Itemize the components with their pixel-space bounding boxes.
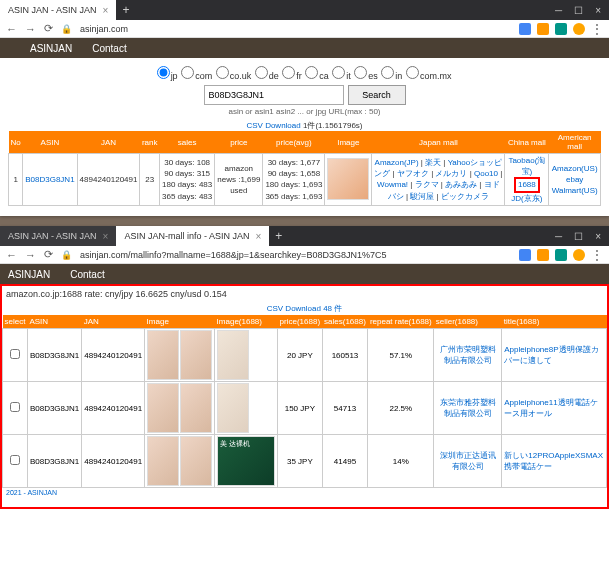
reload-icon[interactable]: ⟳: [44, 248, 53, 261]
product-image: [147, 436, 179, 486]
domain-radio-it[interactable]: [332, 66, 345, 79]
profile-avatar[interactable]: [573, 249, 585, 261]
extension-icon[interactable]: [519, 23, 531, 35]
search-hint: asin or asin1 asin2 ... or jpg URL(max :…: [8, 107, 601, 116]
domain-radio-ca[interactable]: [305, 66, 318, 79]
title-link[interactable]: 新しい12PROAppleXSMAX携帯電話ケー: [504, 451, 603, 471]
mall-link[interactable]: 駿河屋: [410, 192, 434, 201]
product-image: [147, 383, 179, 433]
mall-link[interactable]: 楽天: [425, 158, 441, 167]
domain-radios: jp com co.uk de fr ca it es in com.mx: [8, 66, 601, 81]
domain-radio-es[interactable]: [354, 66, 367, 79]
domain-radio-fr[interactable]: [282, 66, 295, 79]
title-link[interactable]: Appleiphone11透明電話ケース用オール: [504, 398, 597, 418]
menu-icon[interactable]: ⋮: [591, 248, 603, 262]
maximize-icon[interactable]: ☐: [574, 231, 583, 242]
minimize-icon[interactable]: ─: [555, 5, 562, 16]
mall-link[interactable]: メルカリ: [435, 169, 467, 178]
maximize-icon[interactable]: ☐: [574, 5, 583, 16]
select-checkbox[interactable]: [10, 402, 20, 412]
browser-tab[interactable]: ASIN JAN - ASIN JAN×: [0, 226, 116, 246]
csv-download-link[interactable]: CSV Download: [246, 121, 300, 130]
domain-radio-jp[interactable]: [157, 66, 170, 79]
brand-logo[interactable]: ASINJAN: [30, 43, 72, 54]
mall-table: selectASINJANImageImage(1688)price(1688)…: [2, 315, 607, 488]
table-row: B08D3G8JN1 4894240120491 150 JPY 54713 2…: [3, 382, 607, 435]
mall-link[interactable]: ビックカメラ: [441, 192, 489, 201]
footer: 2021 - ASINJAN: [2, 488, 607, 497]
mall-link[interactable]: ebay: [566, 175, 583, 184]
table-row: 1 B08D3G8JN1 4894240120491 23 30 days: 1…: [9, 154, 601, 206]
domain-radio-co.uk[interactable]: [216, 66, 229, 79]
table-row: B08D3G8JN1 4894240120491 20 JPY 160513 5…: [3, 329, 607, 382]
forward-icon[interactable]: →: [25, 249, 36, 261]
menu-icon[interactable]: ⋮: [591, 22, 603, 36]
seller-link[interactable]: 广州市荣明塑料制品有限公司: [440, 345, 496, 365]
new-tab-button[interactable]: +: [269, 229, 288, 243]
profile-avatar[interactable]: [573, 23, 585, 35]
search-input[interactable]: [204, 85, 344, 105]
lock-icon: 🔒: [61, 250, 72, 260]
extension-icon[interactable]: [555, 23, 567, 35]
table-row: B08D3G8JN1 4894240120491 35 JPY 41495 14…: [3, 435, 607, 488]
title-link[interactable]: Appleiphone8P透明保護カバーに適して: [504, 345, 598, 365]
lock-icon: 🔒: [61, 24, 72, 34]
close-tab-icon[interactable]: ×: [103, 231, 109, 242]
mall-link[interactable]: JD(京东): [511, 194, 542, 203]
rate-info: amazon.co.jp:1688 rate: cny/jpy 16.6625 …: [2, 286, 607, 302]
results-table: NoASINJANranksalespriceprice(avg)ImageJa…: [8, 131, 601, 206]
back-icon[interactable]: ←: [6, 23, 17, 35]
domain-radio-com[interactable]: [181, 66, 194, 79]
asin-link[interactable]: B08D3G8JN1: [25, 175, 74, 184]
product-image: [180, 436, 212, 486]
mall-link-1688[interactable]: 1688: [518, 180, 536, 189]
select-checkbox[interactable]: [10, 455, 20, 465]
seller-link[interactable]: 深圳市正达通讯有限公司: [440, 451, 496, 471]
domain-radio-in[interactable]: [381, 66, 394, 79]
product-image: [147, 330, 179, 380]
search-button[interactable]: Search: [348, 85, 406, 105]
minimize-icon[interactable]: ─: [555, 231, 562, 242]
reload-icon[interactable]: ⟳: [44, 22, 53, 35]
product-image: [180, 383, 212, 433]
browser-tab[interactable]: ASIN JAN - ASIN JAN×: [0, 0, 116, 20]
browser-tab-active[interactable]: ASIN JAN-mall info - ASIN JAN×: [116, 226, 269, 246]
product-image: [180, 330, 212, 380]
nav-contact[interactable]: Contact: [70, 269, 104, 280]
close-icon[interactable]: ×: [595, 231, 601, 242]
csv-download-link[interactable]: CSV Download: [267, 304, 321, 313]
nav-contact[interactable]: Contact: [92, 43, 126, 54]
mall-link[interactable]: Amazon(JP): [375, 158, 419, 167]
mall-link[interactable]: Amazon(US): [552, 164, 598, 173]
forward-icon[interactable]: →: [25, 23, 36, 35]
extension-icon[interactable]: [555, 249, 567, 261]
domain-radio-com.mx[interactable]: [406, 66, 419, 79]
mall-link[interactable]: Wowma!: [377, 180, 408, 189]
product-image: [327, 158, 369, 200]
seller-link[interactable]: 东莞市雅芬塑料制品有限公司: [440, 398, 496, 418]
extension-icon[interactable]: [537, 23, 549, 35]
close-icon[interactable]: ×: [595, 5, 601, 16]
close-tab-icon[interactable]: ×: [255, 231, 261, 242]
mall-link[interactable]: ラクマ: [415, 180, 439, 189]
new-tab-button[interactable]: +: [116, 3, 135, 17]
close-tab-icon[interactable]: ×: [103, 5, 109, 16]
extension-icon[interactable]: [519, 249, 531, 261]
mall-link[interactable]: ヤフオク: [397, 169, 429, 178]
product-image-1688: [217, 330, 249, 380]
brand-logo[interactable]: ASINJAN: [8, 269, 50, 280]
extension-icon[interactable]: [537, 249, 549, 261]
address-bar[interactable]: asinjan.com/mallinfo?mallname=1688&jp=1&…: [80, 250, 511, 260]
mall-link[interactable]: Qoo10: [474, 169, 498, 178]
domain-radio-de[interactable]: [255, 66, 268, 79]
result-count: 1件(1.1561796s): [303, 121, 363, 130]
product-image-1688: [217, 436, 275, 486]
mall-link[interactable]: Walmart(US): [552, 186, 598, 195]
select-checkbox[interactable]: [10, 349, 20, 359]
address-bar[interactable]: asinjan.com: [80, 24, 511, 34]
product-image-1688: [217, 383, 249, 433]
mall-link[interactable]: Taobao(淘宝): [508, 156, 545, 176]
mall-link[interactable]: あみあみ: [445, 180, 477, 189]
back-icon[interactable]: ←: [6, 249, 17, 261]
